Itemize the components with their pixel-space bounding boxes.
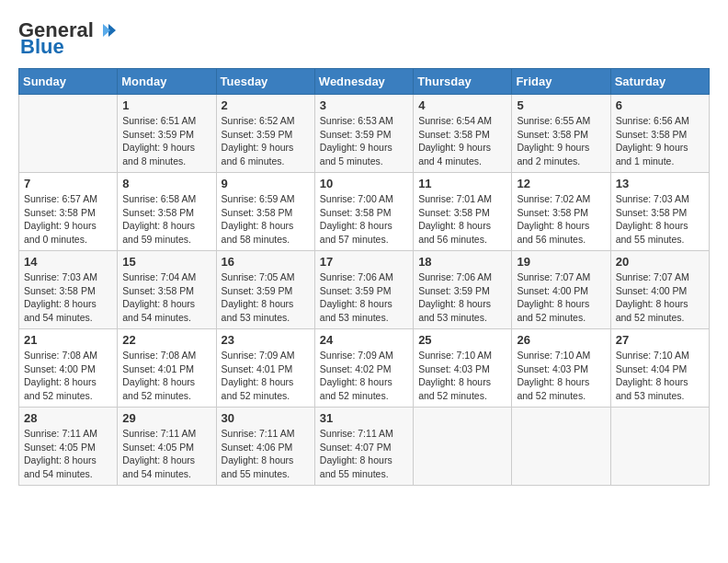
week-row-2: 7Sunrise: 6:57 AM Sunset: 3:58 PM Daylig… xyxy=(19,173,710,251)
day-number: 25 xyxy=(418,333,506,347)
day-info: Sunrise: 7:01 AM Sunset: 3:58 PM Dayligh… xyxy=(418,192,506,247)
calendar-cell: 5Sunrise: 6:55 AM Sunset: 3:58 PM Daylig… xyxy=(512,95,610,173)
calendar-cell: 14Sunrise: 7:03 AM Sunset: 3:58 PM Dayli… xyxy=(19,251,118,329)
calendar-cell: 12Sunrise: 7:02 AM Sunset: 3:58 PM Dayli… xyxy=(512,173,610,251)
day-info: Sunrise: 7:10 AM Sunset: 4:03 PM Dayligh… xyxy=(418,349,506,403)
calendar-cell: 13Sunrise: 7:03 AM Sunset: 3:58 PM Dayli… xyxy=(610,173,709,251)
calendar-cell xyxy=(610,408,709,486)
day-info: Sunrise: 7:09 AM Sunset: 4:02 PM Dayligh… xyxy=(320,349,408,403)
day-number: 2 xyxy=(222,98,310,112)
day-info: Sunrise: 6:52 AM Sunset: 3:59 PM Dayligh… xyxy=(222,114,310,168)
day-header-thursday: Thursday xyxy=(414,69,512,95)
day-info: Sunrise: 7:07 AM Sunset: 4:00 PM Dayligh… xyxy=(517,270,605,325)
calendar-cell: 24Sunrise: 7:09 AM Sunset: 4:02 PM Dayli… xyxy=(314,329,413,408)
calendar-cell xyxy=(19,95,118,173)
calendar-cell: 1Sunrise: 6:51 AM Sunset: 3:59 PM Daylig… xyxy=(118,95,216,173)
day-number: 15 xyxy=(122,255,210,269)
day-number: 20 xyxy=(616,255,704,269)
day-number: 10 xyxy=(320,177,408,190)
day-number: 26 xyxy=(517,333,605,347)
day-number: 28 xyxy=(24,411,112,425)
day-info: Sunrise: 6:57 AM Sunset: 3:58 PM Dayligh… xyxy=(24,192,112,247)
day-info: Sunrise: 7:03 AM Sunset: 3:58 PM Dayligh… xyxy=(24,270,112,325)
day-info: Sunrise: 7:08 AM Sunset: 4:00 PM Dayligh… xyxy=(24,349,112,403)
day-number: 5 xyxy=(517,98,605,112)
day-number: 18 xyxy=(418,255,506,269)
day-info: Sunrise: 7:10 AM Sunset: 4:04 PM Dayligh… xyxy=(616,349,704,403)
week-row-4: 21Sunrise: 7:08 AM Sunset: 4:00 PM Dayli… xyxy=(19,329,710,408)
calendar-cell: 23Sunrise: 7:09 AM Sunset: 4:01 PM Dayli… xyxy=(216,329,314,408)
day-number: 13 xyxy=(616,177,704,190)
day-number: 30 xyxy=(222,411,310,425)
calendar-table: SundayMondayTuesdayWednesdayThursdayFrid… xyxy=(18,68,710,486)
calendar-cell: 10Sunrise: 7:00 AM Sunset: 3:58 PM Dayli… xyxy=(314,173,413,251)
day-number: 16 xyxy=(222,255,310,269)
day-number: 7 xyxy=(24,177,112,190)
day-number: 4 xyxy=(418,98,506,112)
day-number: 21 xyxy=(24,333,112,347)
calendar-cell: 28Sunrise: 7:11 AM Sunset: 4:05 PM Dayli… xyxy=(19,408,118,486)
day-number: 24 xyxy=(320,333,408,347)
logo-icon xyxy=(96,20,116,40)
calendar-cell xyxy=(512,408,610,486)
day-info: Sunrise: 6:56 AM Sunset: 3:58 PM Dayligh… xyxy=(616,114,704,168)
day-number: 23 xyxy=(222,333,310,347)
day-info: Sunrise: 6:58 AM Sunset: 3:58 PM Dayligh… xyxy=(122,192,210,247)
day-info: Sunrise: 7:02 AM Sunset: 3:58 PM Dayligh… xyxy=(517,192,605,247)
calendar-cell: 29Sunrise: 7:11 AM Sunset: 4:05 PM Dayli… xyxy=(118,408,216,486)
logo: General Blue xyxy=(18,18,116,59)
day-info: Sunrise: 7:05 AM Sunset: 3:59 PM Dayligh… xyxy=(222,270,310,325)
calendar-cell: 25Sunrise: 7:10 AM Sunset: 4:03 PM Dayli… xyxy=(414,329,512,408)
day-number: 11 xyxy=(418,177,506,190)
day-info: Sunrise: 7:11 AM Sunset: 4:05 PM Dayligh… xyxy=(122,427,210,481)
calendar-cell: 22Sunrise: 7:08 AM Sunset: 4:01 PM Dayli… xyxy=(118,329,216,408)
calendar-cell: 15Sunrise: 7:04 AM Sunset: 3:58 PM Dayli… xyxy=(118,251,216,329)
calendar-cell: 30Sunrise: 7:11 AM Sunset: 4:06 PM Dayli… xyxy=(216,408,314,486)
day-number: 29 xyxy=(122,411,210,425)
calendar-cell: 27Sunrise: 7:10 AM Sunset: 4:04 PM Dayli… xyxy=(610,329,709,408)
calendar-cell: 19Sunrise: 7:07 AM Sunset: 4:00 PM Dayli… xyxy=(512,251,610,329)
calendar-cell: 16Sunrise: 7:05 AM Sunset: 3:59 PM Dayli… xyxy=(216,251,314,329)
calendar-cell: 9Sunrise: 6:59 AM Sunset: 3:58 PM Daylig… xyxy=(216,173,314,251)
day-number: 31 xyxy=(320,411,408,425)
day-header-tuesday: Tuesday xyxy=(216,69,314,95)
calendar-cell: 20Sunrise: 7:07 AM Sunset: 4:00 PM Dayli… xyxy=(610,251,709,329)
day-number: 9 xyxy=(222,177,310,190)
day-info: Sunrise: 7:04 AM Sunset: 3:58 PM Dayligh… xyxy=(122,270,210,325)
day-info: Sunrise: 7:10 AM Sunset: 4:03 PM Dayligh… xyxy=(517,349,605,403)
day-number: 1 xyxy=(122,98,210,112)
week-row-3: 14Sunrise: 7:03 AM Sunset: 3:58 PM Dayli… xyxy=(19,251,710,329)
day-header-saturday: Saturday xyxy=(610,69,709,95)
calendar-cell: 26Sunrise: 7:10 AM Sunset: 4:03 PM Dayli… xyxy=(512,329,610,408)
day-number: 17 xyxy=(320,255,408,269)
day-info: Sunrise: 7:09 AM Sunset: 4:01 PM Dayligh… xyxy=(222,349,310,403)
calendar-cell xyxy=(414,408,512,486)
logo-blue: Blue xyxy=(18,35,64,59)
day-header-wednesday: Wednesday xyxy=(314,69,413,95)
day-info: Sunrise: 6:54 AM Sunset: 3:58 PM Dayligh… xyxy=(418,114,506,168)
day-info: Sunrise: 7:11 AM Sunset: 4:07 PM Dayligh… xyxy=(320,427,408,481)
day-info: Sunrise: 7:06 AM Sunset: 3:59 PM Dayligh… xyxy=(320,270,408,325)
day-header-friday: Friday xyxy=(512,69,610,95)
day-number: 8 xyxy=(122,177,210,190)
calendar-cell: 4Sunrise: 6:54 AM Sunset: 3:58 PM Daylig… xyxy=(414,95,512,173)
day-info: Sunrise: 6:59 AM Sunset: 3:58 PM Dayligh… xyxy=(222,192,310,247)
day-number: 12 xyxy=(517,177,605,190)
calendar-cell: 2Sunrise: 6:52 AM Sunset: 3:59 PM Daylig… xyxy=(216,95,314,173)
calendar-cell: 18Sunrise: 7:06 AM Sunset: 3:59 PM Dayli… xyxy=(414,251,512,329)
calendar-cell: 11Sunrise: 7:01 AM Sunset: 3:58 PM Dayli… xyxy=(414,173,512,251)
day-number: 14 xyxy=(24,255,112,269)
calendar-cell: 3Sunrise: 6:53 AM Sunset: 3:59 PM Daylig… xyxy=(314,95,413,173)
day-info: Sunrise: 7:06 AM Sunset: 3:59 PM Dayligh… xyxy=(418,270,506,325)
day-number: 22 xyxy=(122,333,210,347)
day-number: 3 xyxy=(320,98,408,112)
calendar-cell: 17Sunrise: 7:06 AM Sunset: 3:59 PM Dayli… xyxy=(314,251,413,329)
day-info: Sunrise: 6:51 AM Sunset: 3:59 PM Dayligh… xyxy=(122,114,210,168)
day-number: 19 xyxy=(517,255,605,269)
day-header-monday: Monday xyxy=(118,69,216,95)
calendar-cell: 8Sunrise: 6:58 AM Sunset: 3:58 PM Daylig… xyxy=(118,173,216,251)
week-row-5: 28Sunrise: 7:11 AM Sunset: 4:05 PM Dayli… xyxy=(19,408,710,486)
day-info: Sunrise: 6:53 AM Sunset: 3:59 PM Dayligh… xyxy=(320,114,408,168)
day-number: 27 xyxy=(616,333,704,347)
day-info: Sunrise: 7:00 AM Sunset: 3:58 PM Dayligh… xyxy=(320,192,408,247)
